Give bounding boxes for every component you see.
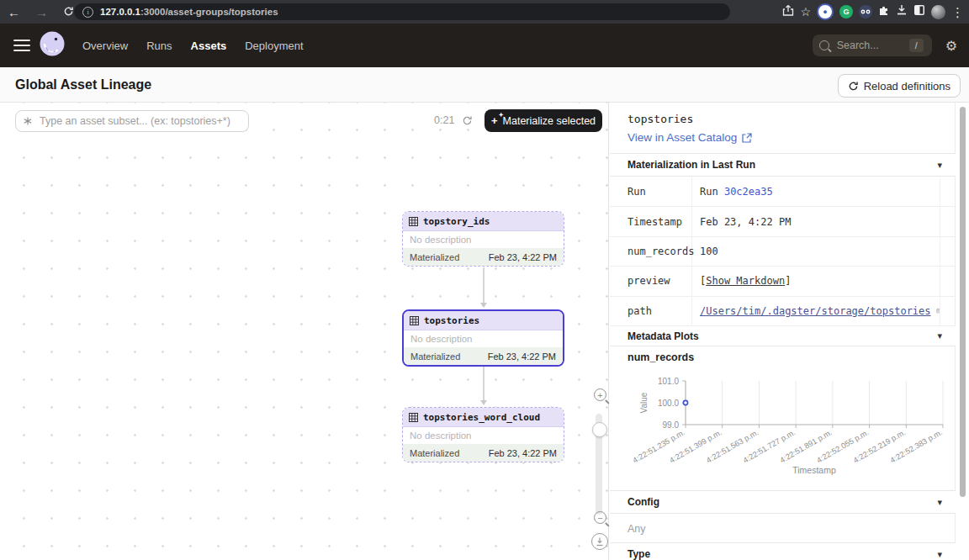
- plot-title: num_records: [627, 351, 694, 363]
- settings-gear-icon[interactable]: ⚙: [945, 38, 957, 54]
- url-host: 127.0.0.1: [100, 7, 140, 17]
- bookmark-star-icon[interactable]: ☆: [800, 6, 811, 18]
- search-shortcut-badge: /: [909, 39, 924, 52]
- asset-node-topstory-ids[interactable]: topstory_ids No description Materialized…: [402, 211, 564, 267]
- row-value: [Show Markdown]: [692, 267, 940, 295]
- address-bar[interactable]: i 127.0.0.1:3000/asset-groups/topstories: [74, 3, 730, 20]
- reload-icon-glyph: [63, 6, 74, 17]
- forward-icon[interactable]: →: [35, 6, 48, 18]
- copy-clipboard-icon[interactable]: [936, 305, 940, 316]
- dagster-logo[interactable]: [39, 30, 66, 61]
- asset-node-topstories-word-cloud[interactable]: topstories_word_cloud No description Mat…: [402, 407, 564, 462]
- section-label: Metadata Plots: [627, 330, 699, 342]
- profile-avatar[interactable]: [931, 5, 945, 19]
- nav-item-deployment[interactable]: Deployment: [245, 40, 303, 52]
- timer-countdown: 0:21: [434, 114, 454, 126]
- reload-definitions-label: Reload definitions: [864, 80, 950, 92]
- chevron-down-icon: ▾: [937, 330, 942, 341]
- svg-text:99.0: 99.0: [663, 420, 680, 430]
- extension-goggles-icon[interactable]: [859, 5, 872, 18]
- show-markdown-link[interactable]: Show Markdown: [706, 275, 785, 287]
- zoom-slider-knob[interactable]: [592, 422, 607, 437]
- asset-details-inner: topstories View in Asset Catalog Materia…: [610, 103, 956, 560]
- section-label: Type: [627, 548, 650, 560]
- reload-definitions-button[interactable]: Reload definitions: [838, 74, 961, 98]
- section-type[interactable]: Type ▾: [610, 542, 956, 560]
- asset-node-name: topstories: [424, 315, 479, 326]
- nav-items: Overview Runs Assets Deployment: [82, 40, 304, 52]
- row-value: /Users/tim/.dagster/storage/topstories: [692, 297, 940, 325]
- chevron-down-icon: ▾: [937, 160, 942, 171]
- hamburger-menu-icon[interactable]: [13, 36, 30, 55]
- recenter-view-button[interactable]: [591, 533, 608, 550]
- browser-menu-icon[interactable]: ⋮: [951, 6, 964, 18]
- downloads-icon[interactable]: [896, 4, 908, 19]
- asset-filter[interactable]: [15, 110, 249, 132]
- main-content: 0:21 +✦ Materialize selected topstory_id…: [0, 103, 969, 560]
- back-icon[interactable]: ←: [8, 6, 20, 18]
- row-label: num_records: [610, 237, 692, 266]
- zoom-in-button[interactable]: +: [594, 388, 606, 401]
- page-header: Global Asset Lineage Reload definitions: [0, 67, 969, 103]
- side-panel-icon[interactable]: [913, 4, 925, 19]
- section-label: Config: [627, 496, 659, 508]
- materialize-selected-button[interactable]: +✦ Materialize selected: [484, 109, 602, 132]
- section-label: Materialization in Last Run: [627, 159, 755, 171]
- row-label: path: [610, 297, 692, 325]
- site-info-icon[interactable]: i: [82, 7, 93, 18]
- nav-item-assets[interactable]: Assets: [191, 40, 227, 52]
- run-prefix: Run: [700, 186, 724, 198]
- nav-item-overview[interactable]: Overview: [82, 40, 128, 52]
- table-row-num-records: num_records 100: [610, 237, 956, 267]
- search-input[interactable]: [835, 39, 909, 52]
- svg-text:100.0: 100.0: [658, 399, 679, 408]
- asset-filter-input[interactable]: [38, 114, 235, 128]
- extension-ring-icon[interactable]: ●: [817, 3, 834, 20]
- table-row-timestamp: Timestamp Feb 23, 4:22 PM: [610, 207, 956, 236]
- nav-item-runs[interactable]: Runs: [146, 40, 172, 52]
- url-path: :3000/asset-groups/topstories: [140, 7, 278, 17]
- run-id-link[interactable]: 30c2ea35: [724, 186, 773, 198]
- asset-details-panel: topstories View in Asset Catalog Materia…: [610, 103, 969, 560]
- page-title: Global Asset Lineage: [15, 77, 151, 92]
- timer-refresh-icon[interactable]: [462, 115, 473, 126]
- extensions-puzzle-icon[interactable]: [878, 4, 890, 19]
- chevron-down-icon: ▾: [937, 549, 942, 560]
- sparkle-icon: +✦: [491, 115, 498, 126]
- view-in-asset-catalog-link[interactable]: View in Asset Catalog: [627, 131, 752, 144]
- asset-graph-pane[interactable]: 0:21 +✦ Materialize selected topstory_id…: [0, 103, 609, 560]
- row-label: Run: [610, 177, 692, 206]
- asset-node-footer: Materialized Feb 23, 4:22 PM: [403, 248, 564, 266]
- asset-node-timestamp: Feb 23, 4:22 PM: [489, 448, 557, 458]
- share-icon[interactable]: [782, 4, 794, 20]
- row-label: Timestamp: [610, 207, 692, 235]
- asset-node-name: topstory_ids: [423, 216, 490, 227]
- svg-text:Timestamp: Timestamp: [792, 465, 836, 475]
- browser-actions: ☆ ● G ⋮: [782, 0, 969, 24]
- global-search[interactable]: /: [813, 34, 932, 56]
- table-icon: [409, 217, 418, 226]
- table-row-path: path /Users/tim/.dagster/storage/topstor…: [610, 297, 956, 326]
- browser-toolbar: ← → i 127.0.0.1:3000/asset-groups/topsto…: [0, 0, 969, 24]
- panel-scrollbar-thumb[interactable]: [960, 107, 966, 497]
- screen: ← → i 127.0.0.1:3000/asset-groups/topsto…: [0, 0, 969, 560]
- path-link[interactable]: /Users/tim/.dagster/storage/topstories: [700, 305, 931, 317]
- section-config[interactable]: Config ▾: [610, 490, 956, 514]
- reload-icon[interactable]: [63, 6, 74, 18]
- zoom-out-button[interactable]: −: [594, 511, 606, 524]
- asset-node-topstories[interactable]: topstories No description Materialized F…: [402, 309, 564, 367]
- materialize-selected-label: Materialize selected: [503, 115, 596, 127]
- asset-subset-icon: [23, 116, 33, 126]
- asset-node-header: topstories: [404, 311, 563, 330]
- row-value: Run 30c2ea35: [692, 177, 940, 206]
- table-icon: [410, 316, 419, 325]
- row-value: 100: [692, 237, 940, 266]
- section-materialization-last-run[interactable]: Materialization in Last Run ▾: [610, 153, 956, 177]
- chevron-down-icon: ▾: [937, 497, 942, 508]
- edge-arrow: [483, 267, 484, 307]
- asset-node-description: No description: [403, 427, 564, 444]
- section-metadata-plots[interactable]: Metadata Plots ▾: [610, 326, 956, 346]
- asset-node-status: Materialized: [410, 351, 460, 362]
- asset-node-description: No description: [403, 231, 564, 248]
- extension-grammarly-icon[interactable]: G: [839, 5, 853, 18]
